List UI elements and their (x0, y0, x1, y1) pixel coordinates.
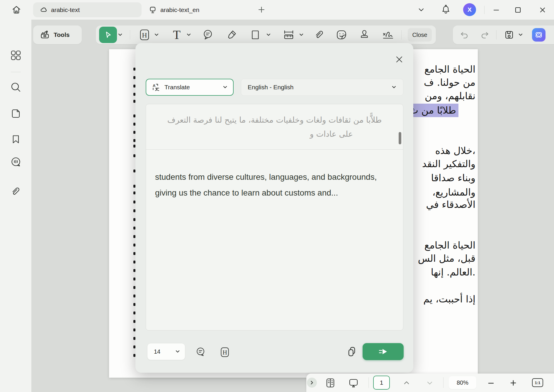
presentation-mode-button[interactable] (348, 377, 359, 389)
select-tool-button[interactable] (99, 27, 117, 43)
page-thumbnails-icon[interactable] (9, 107, 22, 120)
signature-tool-button[interactable] (381, 29, 395, 41)
ai-assistant-button[interactable] (532, 28, 545, 42)
cursor-icon (104, 30, 113, 39)
bookmark-icon[interactable] (10, 133, 22, 145)
tab-arabic-text[interactable]: arabic-text (33, 2, 142, 17)
app-window: arabic-text arabic-text_en X (0, 0, 554, 392)
document-line-fragment (133, 295, 135, 297)
document-line[interactable]: من حولنا. ف (424, 76, 475, 89)
document-line-fragment (133, 139, 135, 142)
document-line-fragment (133, 100, 135, 103)
document-line-fragment (133, 320, 135, 323)
home-button[interactable] (11, 4, 22, 15)
select-tool-chevron-icon[interactable] (118, 33, 123, 37)
actual-size-button[interactable]: 1:1 (532, 378, 543, 387)
previous-page-button[interactable] (403, 380, 410, 386)
new-tab-button[interactable] (257, 6, 266, 14)
text-tool-button[interactable]: T (171, 28, 183, 41)
save-options-chevron-icon[interactable] (518, 33, 523, 37)
ai-swirl-icon (534, 30, 544, 40)
zoom-out-button[interactable] (487, 380, 494, 387)
save-button[interactable] (504, 30, 514, 40)
chevron-down-icon (175, 350, 180, 354)
titlebar-divider (484, 6, 485, 14)
document-line-fragment (133, 244, 135, 247)
toolbar-divider (130, 30, 130, 40)
maximize-button[interactable] (514, 6, 522, 14)
translate-icon: A (152, 83, 160, 92)
minimize-button[interactable] (492, 6, 500, 14)
dialog-close-icon[interactable] (395, 55, 404, 64)
source-scrollbar-thumb[interactable] (399, 132, 401, 144)
shape-tool-chevron-icon[interactable] (266, 33, 271, 37)
zoom-level-display[interactable]: 80% (449, 376, 476, 389)
document-line[interactable]: قبل، مثل الس (418, 252, 475, 265)
document-line[interactable]: الحياة الجامع (424, 239, 475, 252)
document-line[interactable]: الأصدقاء في (426, 198, 475, 211)
tools-button-container: Tools (33, 25, 82, 44)
document-line-fragment (133, 337, 135, 340)
user-avatar[interactable]: X (463, 3, 476, 16)
translate-mode-label: Translate (164, 84, 218, 91)
document-line[interactable]: وبناء صداقا (431, 171, 475, 185)
document-line-fragment (133, 218, 135, 221)
translate-mode-dropdown[interactable]: A Translate (146, 79, 234, 96)
stamp-tool-button[interactable] (358, 29, 370, 41)
language-pair-dropdown[interactable]: English - English (241, 79, 403, 96)
collapse-statusbar-button[interactable] (307, 378, 317, 388)
source-text-area[interactable]: طلاًّبا من ثقافات ولغات وخلفيات مختلفة، … (146, 104, 403, 150)
document-line-highlighted[interactable]: طلابًا من ث (407, 104, 458, 117)
close-window-button[interactable] (539, 6, 546, 14)
document-line[interactable]: الحياة الجامع (424, 63, 475, 76)
measure-tool-button[interactable] (282, 29, 295, 41)
notifications-bell-icon[interactable] (441, 4, 451, 15)
attachment-tool-button[interactable] (313, 29, 325, 41)
statusbar-divider (368, 377, 369, 388)
grid-panels-icon[interactable] (9, 49, 23, 62)
page-layout-button[interactable] (324, 377, 336, 389)
font-size-dropdown[interactable]: 14 (147, 343, 185, 360)
comment-tool-button[interactable] (202, 29, 214, 41)
source-text-line: طلاًّبا من ثقافات ولغات وخلفيات مختلفة، … (167, 115, 382, 124)
document-line-fragment (133, 278, 135, 280)
document-line-fragment (133, 201, 135, 203)
insert-as-heading-button[interactable]: H (220, 346, 230, 358)
attachments-icon[interactable] (10, 185, 22, 198)
search-icon[interactable] (9, 81, 23, 94)
comments-panel-icon[interactable] (9, 155, 23, 169)
translate-send-button[interactable] (363, 343, 404, 360)
tab-arabic-text-en[interactable]: arabic-text_en (142, 2, 212, 17)
titlebar: arabic-text arabic-text_en X (0, 0, 554, 20)
copy-result-button[interactable] (346, 346, 358, 357)
document-line[interactable]: ،خلال هذه (435, 144, 475, 158)
tools-button[interactable]: Tools (40, 30, 69, 40)
svg-text:A: A (153, 83, 156, 88)
close-editing-button[interactable]: Close (408, 28, 432, 42)
document-line-fragment (133, 345, 135, 348)
shape-tool-button[interactable] (250, 29, 261, 41)
heading-tool-button[interactable]: H (139, 28, 150, 41)
history-save-toolbar (453, 25, 554, 44)
document-line[interactable]: إذا أحببت، يم (423, 292, 475, 306)
document-line[interactable]: والتفكير النقد (422, 157, 475, 171)
measure-tool-chevron-icon[interactable] (299, 33, 304, 37)
undo-button[interactable] (459, 30, 469, 40)
chevron-down-icon (391, 85, 397, 89)
document-line-fragment (133, 261, 135, 263)
text-tool-chevron-icon[interactable] (186, 33, 191, 37)
heading-tool-chevron-icon[interactable] (154, 33, 159, 37)
toolbox-icon (40, 30, 50, 40)
sidebar-divider (11, 72, 21, 72)
zoom-in-button[interactable] (510, 379, 517, 386)
highlighter-tool-button[interactable] (226, 29, 238, 41)
redo-button[interactable] (480, 30, 490, 40)
document-line[interactable]: نقابلهم، ومن (425, 89, 475, 103)
sticker-tool-button[interactable] (335, 29, 348, 41)
page-number-input[interactable]: 1 (373, 376, 390, 390)
document-line[interactable]: والمشاريع، (432, 186, 475, 199)
titlebar-chevron-down-icon[interactable] (417, 7, 425, 13)
next-page-button[interactable] (426, 380, 433, 386)
add-as-comment-button[interactable] (195, 346, 206, 357)
document-line[interactable]: .العالم. إنها (431, 266, 475, 279)
